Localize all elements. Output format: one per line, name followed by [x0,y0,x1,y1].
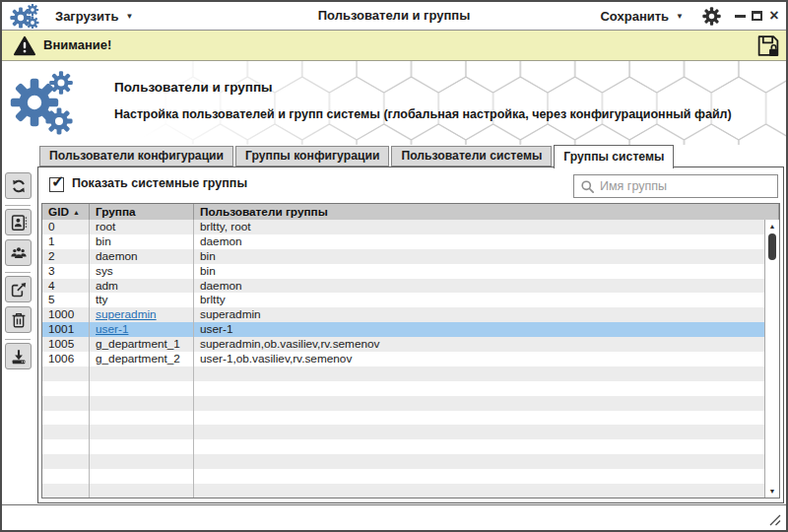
table-cell [194,366,764,381]
sort-asc-icon: ▲ [73,209,80,216]
table-row[interactable]: 1bindaemon [42,234,764,249]
close-icon: × [769,7,778,25]
table-cell: 4 [42,279,90,294]
table-cell [194,454,764,469]
table-cell: g_department_1 [90,337,194,352]
trash-button[interactable] [5,306,32,333]
settings-gear-icon[interactable] [702,7,721,26]
table-cell [194,484,764,498]
table-row[interactable]: 4admdaemon [42,279,764,294]
close-button[interactable]: × [766,2,782,30]
table-cell [194,396,764,411]
page-title: Пользователи и группы [114,80,273,95]
page-subtitle: Настройка пользователей и групп системы … [114,107,732,121]
tab-config-groups[interactable]: Группы конфигурации [235,146,389,166]
warning-bar: Внимание! [2,31,786,61]
title-bar: Загрузить ▼ Пользователи и группы Сохран… [2,2,786,31]
group-link[interactable]: user-1 [96,322,128,336]
sidebar-divider [5,339,31,340]
trash-icon [10,311,28,329]
tab-config-users[interactable]: Пользователи конфигурации [39,146,233,166]
table-cell [194,439,764,454]
column-header-group[interactable]: Группа [90,204,194,220]
table-cell [90,469,194,484]
table-cell: bin [194,264,764,279]
table-cell [42,484,90,498]
refresh-button[interactable] [5,172,32,199]
download-icon [10,348,28,366]
warning-triangle-icon [14,35,35,56]
table-cell [42,425,90,439]
download-button[interactable] [5,343,32,369]
table-cell [42,381,90,396]
maximize-button[interactable] [750,2,764,30]
table-row[interactable]: 1000superadminsuperadmin [42,307,764,322]
table-cell [90,396,194,411]
warning-label: Внимание! [43,31,111,60]
table-cell [90,381,194,396]
table-cell: 0 [42,220,90,234]
table-row[interactable]: 5ttybrltty [42,293,764,307]
table-cell: root [90,220,194,234]
table-cell: superadmin [90,307,194,322]
table-cell: user-1 [194,322,764,337]
users-button[interactable] [5,239,32,266]
table-cell [194,411,764,426]
scroll-down-icon[interactable]: ▼ [765,488,779,495]
table-header: GID ▲ Группа Пользователи группы [42,204,779,220]
table-cell: tty [90,293,194,307]
address-book-button[interactable] [5,209,32,235]
resize-grip-icon[interactable] [768,513,782,527]
table-row-empty [42,411,764,426]
table-cell [42,366,90,381]
save-label: Сохранить [600,9,669,24]
load-label: Загрузить [55,9,118,24]
table-row-empty [42,484,764,498]
table-row-empty [42,439,764,454]
table-cell [42,469,90,484]
sidebar-divider [5,205,31,206]
load-dropdown-button[interactable]: Загрузить ▼ [55,2,133,30]
table-row[interactable]: 3sysbin [42,264,764,279]
save-lock-icon[interactable] [755,33,781,58]
group-link[interactable]: superadmin [96,307,157,321]
export-icon [10,281,28,299]
table-cell: 5 [42,293,90,307]
tab-system-users[interactable]: Пользователи системы [391,146,552,166]
table-cell [90,439,194,454]
export-button[interactable] [5,276,32,302]
table-cell: 2 [42,249,90,264]
table-cell: daemon [194,234,764,249]
table-cell [42,439,90,454]
save-dropdown-button[interactable]: Сохранить ▼ [600,2,684,30]
scroll-up-icon[interactable]: ▲ [765,223,779,230]
table-row-empty [42,396,764,411]
table-row[interactable]: 2daemonbin [42,249,764,264]
app-logo-gears-icon [10,4,39,29]
group-search-input[interactable] [600,175,775,197]
table-row[interactable]: 1001user-1user-1 [42,322,764,337]
tab-system-groups[interactable]: Группы системы [554,145,674,168]
minimize-button[interactable] [733,2,747,30]
table-cell [90,366,194,381]
table-cell [194,425,764,439]
scrollbar-thumb[interactable] [768,233,776,260]
show-system-groups-label: Показать системные группы [72,176,247,190]
vertical-scrollbar[interactable]: ▲ ▼ [764,220,779,498]
table-row[interactable]: 1006g_department_2user-1,ob.vasiliev,rv.… [42,352,764,366]
table-row[interactable]: 1005g_department_1superadmin,ob.vasiliev… [42,337,764,352]
group-search-box [573,174,778,198]
table-row-empty [42,469,764,484]
column-header-gid[interactable]: GID ▲ [42,204,90,220]
minimize-icon [735,15,746,18]
show-system-groups-checkbox[interactable]: ✓ [49,177,64,192]
maximize-icon [752,11,762,21]
table-row-empty [42,425,764,439]
app-window: Загрузить ▼ Пользователи и группы Сохран… [0,0,788,532]
table-row[interactable]: 0rootbrltty, root [42,220,764,234]
table-cell: g_department_2 [90,352,194,366]
groups-table: GID ▲ Группа Пользователи группы 0rootbr… [41,203,780,499]
table-cell: daemon [90,249,194,264]
table-cell [42,411,90,426]
column-header-users[interactable]: Пользователи группы [194,204,779,220]
